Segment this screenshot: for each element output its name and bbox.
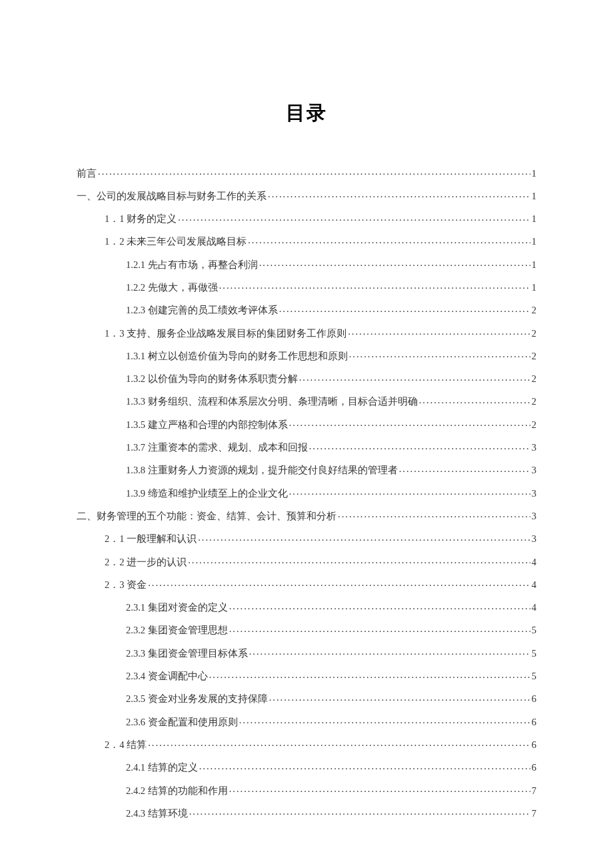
toc-leader-dots [209, 670, 530, 680]
toc-entry-label: 二、财务管理的五个功能：资金、结算、会计、预算和分析 [77, 511, 336, 521]
toc-entry-page: 7 [532, 809, 536, 819]
toc-leader-dots [189, 807, 530, 817]
toc-entry-label: 2．4 结算 [105, 740, 147, 750]
toc-entry[interactable]: 2．1 一般理解和认识3 [77, 533, 536, 544]
toc-entry-label: 2.3.6 资金配置和使用原则 [126, 717, 238, 727]
toc-entry-label: 前言 [77, 169, 97, 179]
toc-entry-label: 2.4.1 结算的定义 [126, 763, 198, 773]
toc-leader-dots [399, 464, 530, 474]
toc-entry-label: 2．1 一般理解和认识 [105, 534, 197, 544]
toc-entry-page: 5 [532, 649, 536, 659]
toc-leader-dots [268, 189, 530, 199]
toc-entry-label: 2．2 进一步的认识 [105, 557, 187, 567]
toc-entry[interactable]: 2.3.5 资金对业务发展的支持保障6 [77, 693, 536, 704]
toc-entry[interactable]: 2.4.1 结算的定义6 [77, 761, 536, 773]
toc-entry[interactable]: 二、财务管理的五个功能：资金、结算、会计、预算和分析3 [77, 509, 536, 521]
toc-leader-dots [229, 601, 530, 611]
toc-entry-page: 4 [532, 557, 536, 567]
toc-entry-page: 3 [532, 465, 536, 475]
toc-leader-dots [148, 578, 530, 588]
toc-entry-page: 1 [532, 260, 536, 270]
toc-entry[interactable]: 1.2.2 先做大，再做强1 [77, 281, 536, 292]
toc-entry[interactable]: 2.4.2 结算的功能和作用7 [77, 784, 536, 795]
toc-entry[interactable]: 1．3 支持、服务企业战略发展目标的集团财务工作原则2 [77, 327, 536, 338]
toc-entry-label: 1.3.7 注重资本的需求、规划、成本和回报 [126, 443, 308, 453]
toc-leader-dots [419, 395, 530, 405]
toc-leader-dots [249, 647, 530, 657]
toc-entry[interactable]: 2.3.4 资金调配中心5 [77, 670, 536, 681]
toc-entry-label: 一、公司的发展战略目标与财务工作的关系 [77, 191, 267, 201]
toc-entry-page: 7 [532, 786, 536, 796]
toc-entry-page: 6 [532, 717, 536, 727]
toc-entry[interactable]: 1.2.3 创建完善的员工绩效考评体系2 [77, 304, 536, 315]
toc-leader-dots [269, 693, 530, 703]
toc-entry-label: 1.3.2 以价值为导向的财务体系职责分解 [126, 374, 298, 384]
toc-leader-dots [279, 304, 530, 314]
toc-entry-page: 3 [532, 511, 536, 521]
toc-entry[interactable]: 一、公司的发展战略目标与财务工作的关系1 [77, 189, 536, 201]
toc-leader-dots [188, 555, 530, 565]
toc-entry-page: 5 [532, 671, 536, 681]
toc-entry-label: 2.3.4 资金调配中心 [126, 671, 208, 681]
toc-entry[interactable]: 1.3.8 注重财务人力资源的规划，提升能交付良好结果的管理者3 [77, 464, 536, 475]
toc-leader-dots [98, 167, 530, 177]
toc-leader-dots [259, 258, 530, 268]
toc-entry-page: 1 [532, 214, 536, 224]
toc-entry-page: 2 [532, 397, 536, 407]
toc-entry[interactable]: 1．1 财务的定义1 [77, 213, 536, 224]
toc-leader-dots [349, 349, 530, 359]
toc-entry-page: 2 [532, 329, 536, 339]
toc-entry[interactable]: 1.3.1 树立以创造价值为导向的财务工作思想和原则2 [77, 349, 536, 361]
toc-entry[interactable]: 1.3.2 以价值为导向的财务体系职责分解2 [77, 373, 536, 384]
toc-entry[interactable]: 2．2 进一步的认识4 [77, 555, 536, 567]
toc-entry-page: 6 [532, 740, 536, 750]
toc-entry-label: 1.3.1 树立以创造价值为导向的财务工作思想和原则 [126, 351, 348, 361]
toc-leader-dots [148, 738, 530, 748]
toc-entry-label: 1．2 未来三年公司发展战略目标 [105, 237, 247, 247]
document-page: 目录 前言1一、公司的发展战略目标与财务工作的关系11．1 财务的定义11．2 … [0, 0, 613, 818]
toc-entry[interactable]: 前言1 [77, 167, 536, 178]
toc-leader-dots [248, 235, 530, 245]
toc-entry[interactable]: 1.3.9 缔造和维护业绩至上的企业文化3 [77, 487, 536, 498]
toc-entry[interactable]: 1.3.3 财务组织、流程和体系层次分明、条理清晰，目标合适并明确2 [77, 395, 536, 407]
toc-entry-label: 1.2.2 先做大，再做强 [126, 283, 218, 293]
toc-entry-page: 3 [532, 534, 536, 544]
toc-entry-page: 4 [532, 580, 536, 590]
toc-entry-page: 1 [532, 283, 536, 293]
toc-entry-label: 1.3.5 建立严格和合理的内部控制体系 [126, 420, 288, 430]
toc-entry-label: 1.2.1 先占有市场，再整合利润 [126, 260, 258, 270]
toc-entry[interactable]: 1.3.7 注重资本的需求、规划、成本和回报3 [77, 441, 536, 453]
toc-entry-page: 1 [532, 191, 536, 201]
toc-leader-dots [348, 327, 530, 337]
toc-leader-dots [198, 533, 530, 543]
toc-entry-page: 3 [532, 443, 536, 453]
toc-entry-label: 1.2.3 创建完善的员工绩效考评体系 [126, 305, 278, 315]
toc-entry-label: 1.3.8 注重财务人力资源的规划，提升能交付良好结果的管理者 [126, 465, 398, 475]
toc-list: 前言1一、公司的发展战略目标与财务工作的关系11．1 财务的定义11．2 未来三… [77, 167, 536, 818]
toc-entry-page: 2 [532, 420, 536, 430]
toc-entry-page: 3 [532, 489, 536, 499]
toc-entry[interactable]: 2．4 结算6 [77, 738, 536, 749]
toc-entry[interactable]: 2．3 资金4 [77, 578, 536, 589]
toc-entry[interactable]: 1．2 未来三年公司发展战略目标1 [77, 235, 536, 247]
toc-entry-label: 2.3.1 集团对资金的定义 [126, 603, 228, 613]
toc-entry[interactable]: 2.4.3 结算环境7 [77, 807, 536, 818]
toc-leader-dots [229, 624, 530, 634]
toc-entry[interactable]: 2.3.3 集团资金管理目标体系5 [77, 647, 536, 658]
toc-entry-label: 2．3 资金 [105, 580, 147, 590]
toc-leader-dots [289, 418, 530, 428]
toc-leader-dots [199, 761, 530, 771]
toc-entry-page: 1 [532, 237, 536, 247]
toc-leader-dots [178, 213, 530, 223]
toc-entry-label: 2.3.5 资金对业务发展的支持保障 [126, 694, 268, 704]
toc-entry-page: 2 [532, 374, 536, 384]
toc-entry[interactable]: 2.3.6 资金配置和使用原则6 [77, 715, 536, 727]
toc-entry[interactable]: 2.3.1 集团对资金的定义4 [77, 601, 536, 613]
toc-entry[interactable]: 1.2.1 先占有市场，再整合利润1 [77, 258, 536, 269]
toc-entry[interactable]: 2.3.2 集团资金管理思想5 [77, 624, 536, 635]
toc-entry-page: 4 [532, 603, 536, 613]
toc-entry-label: 1．3 支持、服务企业战略发展目标的集团财务工作原则 [105, 329, 346, 339]
toc-leader-dots [239, 715, 530, 725]
toc-entry[interactable]: 1.3.5 建立严格和合理的内部控制体系2 [77, 418, 536, 429]
toc-leader-dots [219, 281, 530, 291]
